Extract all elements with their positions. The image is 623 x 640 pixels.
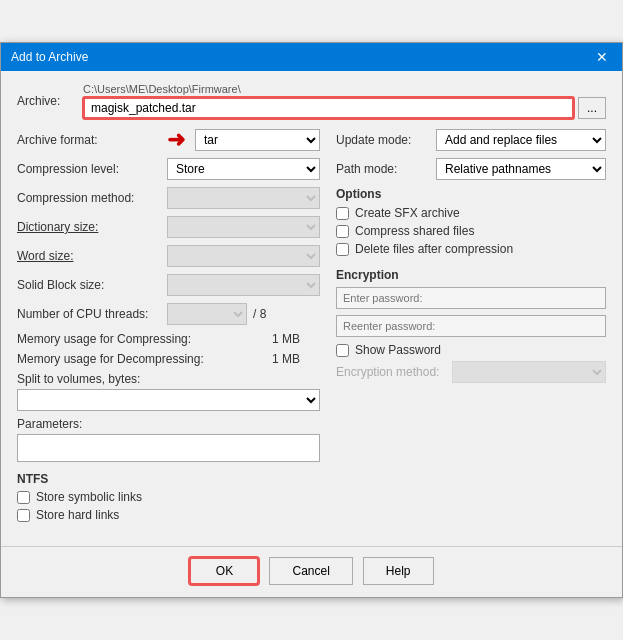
password-input[interactable] <box>336 287 606 309</box>
update-mode-row: Update mode: Add and replace files Updat… <box>336 129 606 151</box>
compress-shared-checkbox[interactable] <box>336 225 349 238</box>
help-button[interactable]: Help <box>363 557 434 585</box>
ok-button[interactable]: OK <box>189 557 259 585</box>
archive-label: Archive: <box>17 94 77 108</box>
format-row: Archive format: ➜ tar zip 7z <box>17 129 320 151</box>
reenter-password-input[interactable] <box>336 315 606 337</box>
dictionary-size-select[interactable] <box>167 216 320 238</box>
params-input[interactable] <box>17 434 320 462</box>
delete-after-label: Delete files after compression <box>355 242 513 256</box>
store-links-row: Store symbolic links <box>17 490 320 504</box>
encryption-method-label: Encryption method: <box>336 365 446 379</box>
memory-decompress-label: Memory usage for Decompressing: <box>17 352 272 366</box>
cpu-row: Number of CPU threads: / 8 <box>17 303 320 325</box>
memory-compress-label: Memory usage for Compressing: <box>17 332 272 346</box>
split-section: Split to volumes, bytes: <box>17 372 320 411</box>
solid-block-row: Solid Block size: <box>17 274 320 296</box>
compression-method-select[interactable] <box>167 187 320 209</box>
format-select[interactable]: tar zip 7z <box>195 129 320 151</box>
archive-filename-input[interactable] <box>83 97 574 119</box>
solid-block-label: Solid Block size: <box>17 278 167 292</box>
bottom-buttons: OK Cancel Help <box>1 546 622 597</box>
compression-level-row: Compression level: Store Fastest Fast No… <box>17 158 320 180</box>
arrow-indicator: ➜ <box>167 129 185 151</box>
ntfs-section: NTFS Store symbolic links Store hard lin… <box>17 472 320 522</box>
left-column: Archive format: ➜ tar zip 7z <box>17 129 320 526</box>
create-sfx-label: Create SFX archive <box>355 206 460 220</box>
word-size-select[interactable] <box>167 245 320 267</box>
options-title: Options <box>336 187 606 201</box>
memory-compress-value: 1 MB <box>272 332 300 346</box>
path-mode-select[interactable]: Relative pathnames Full pathnames <box>436 158 606 180</box>
compression-level-label: Compression level: <box>17 162 167 176</box>
cpu-of-label: / 8 <box>253 307 266 321</box>
encryption-method-select[interactable] <box>452 361 606 383</box>
compression-method-label: Compression method: <box>17 191 167 205</box>
dictionary-size-row: Dictionary size: <box>17 216 320 238</box>
dictionary-size-label: Dictionary size: <box>17 220 167 234</box>
memory-decompress-row: Memory usage for Decompressing: 1 MB <box>17 352 320 366</box>
show-password-row: Show Password <box>336 343 606 357</box>
compression-method-row: Compression method: <box>17 187 320 209</box>
ntfs-title: NTFS <box>17 472 320 486</box>
path-mode-label: Path mode: <box>336 162 436 176</box>
compression-level-select[interactable]: Store Fastest Fast Normal <box>167 158 320 180</box>
solid-block-select[interactable] <box>167 274 320 296</box>
options-group: Options Create SFX archive Compress shar… <box>336 187 606 256</box>
delete-after-checkbox[interactable] <box>336 243 349 256</box>
title-bar: Add to Archive ✕ <box>1 43 622 71</box>
encryption-method-row: Encryption method: <box>336 361 606 383</box>
cancel-button[interactable]: Cancel <box>269 557 352 585</box>
browse-button[interactable]: ... <box>578 97 606 119</box>
store-hard-row: Store hard links <box>17 508 320 522</box>
close-button[interactable]: ✕ <box>592 49 612 65</box>
show-password-checkbox[interactable] <box>336 344 349 357</box>
archive-path: C:\Users\ME\Desktop\Firmware\ <box>83 83 606 95</box>
memory-decompress-value: 1 MB <box>272 352 300 366</box>
archive-path-container: C:\Users\ME\Desktop\Firmware\ ... <box>83 83 606 119</box>
show-password-label: Show Password <box>355 343 441 357</box>
create-sfx-row: Create SFX archive <box>336 206 606 220</box>
delete-after-row: Delete files after compression <box>336 242 606 256</box>
encryption-title: Encryption <box>336 268 606 282</box>
memory-compress-row: Memory usage for Compressing: 1 MB <box>17 332 320 346</box>
right-column: Update mode: Add and replace files Updat… <box>336 129 606 526</box>
archive-row: Archive: C:\Users\ME\Desktop\Firmware\ .… <box>17 83 606 119</box>
params-label: Parameters: <box>17 417 320 431</box>
word-size-label: Word size: <box>17 249 167 263</box>
window-title: Add to Archive <box>11 50 88 64</box>
compress-shared-row: Compress shared files <box>336 224 606 238</box>
split-select[interactable] <box>17 389 320 411</box>
store-hard-links-checkbox[interactable] <box>17 509 30 522</box>
word-size-row: Word size: <box>17 245 320 267</box>
store-symbolic-links-checkbox[interactable] <box>17 491 30 504</box>
path-mode-row: Path mode: Relative pathnames Full pathn… <box>336 158 606 180</box>
cpu-label: Number of CPU threads: <box>17 307 167 321</box>
params-section: Parameters: <box>17 417 320 462</box>
update-mode-select[interactable]: Add and replace files Update and add fil… <box>436 129 606 151</box>
format-label: Archive format: <box>17 133 167 147</box>
store-symbolic-links-label: Store symbolic links <box>36 490 142 504</box>
split-label: Split to volumes, bytes: <box>17 372 320 386</box>
encryption-group: Encryption Show Password Encryption meth… <box>336 268 606 383</box>
update-mode-label: Update mode: <box>336 133 436 147</box>
add-to-archive-window: Add to Archive ✕ Archive: C:\Users\ME\De… <box>0 42 623 598</box>
cpu-select[interactable] <box>167 303 247 325</box>
store-hard-links-label: Store hard links <box>36 508 119 522</box>
create-sfx-checkbox[interactable] <box>336 207 349 220</box>
compress-shared-label: Compress shared files <box>355 224 474 238</box>
